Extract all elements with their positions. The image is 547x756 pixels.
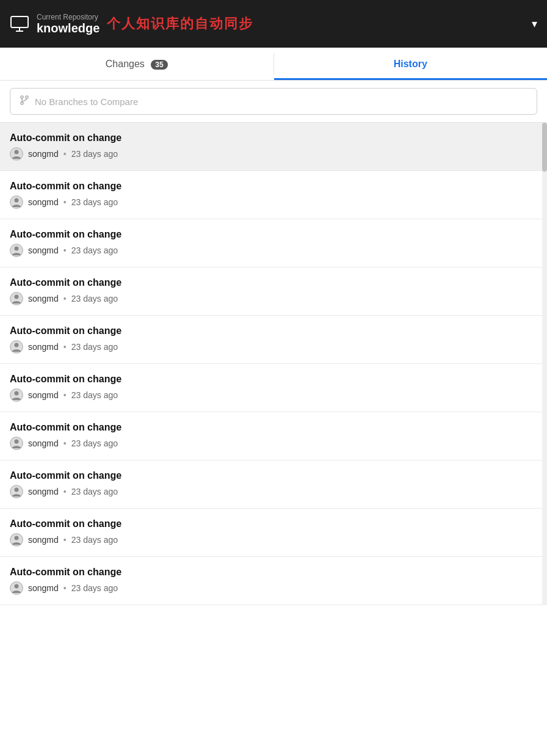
commit-item[interactable]: Auto-commit on change songmd • 23 days a… — [0, 171, 547, 219]
svg-point-12 — [15, 247, 19, 251]
svg-point-5 — [21, 102, 23, 104]
chevron-down-icon[interactable]: ▾ — [532, 17, 537, 31]
user-avatar-icon — [10, 292, 23, 305]
tab-history[interactable]: History — [274, 48, 548, 80]
avatar — [10, 292, 23, 305]
commit-author: songmd — [28, 197, 59, 207]
commit-dot: • — [63, 197, 67, 207]
avatar — [10, 388, 23, 402]
scrollbar-thumb[interactable] — [542, 123, 547, 172]
commit-author: songmd — [28, 390, 59, 400]
commit-title: Auto-commit on change — [10, 422, 537, 433]
commit-meta: songmd • 23 days ago — [10, 292, 537, 305]
commit-author: songmd — [28, 438, 59, 448]
commit-time: 23 days ago — [71, 197, 118, 207]
commit-item[interactable]: Auto-commit on change songmd • 23 days a… — [0, 557, 547, 605]
commit-meta: songmd • 23 days ago — [10, 437, 537, 450]
commit-title: Auto-commit on change — [10, 470, 537, 481]
commit-time: 23 days ago — [71, 487, 118, 496]
svg-point-14 — [15, 295, 19, 299]
user-avatar-icon — [10, 244, 23, 257]
commit-title: Auto-commit on change — [10, 229, 537, 240]
svg-point-16 — [15, 343, 19, 347]
commit-title: Auto-commit on change — [10, 133, 537, 144]
monitor-icon — [10, 15, 29, 32]
branch-bar: No Branches to Compare — [0, 81, 547, 123]
commit-meta: songmd • 23 days ago — [10, 581, 537, 595]
commit-time: 23 days ago — [71, 438, 118, 448]
commit-dot: • — [63, 149, 67, 159]
scrollbar[interactable] — [542, 123, 547, 605]
commit-author: songmd — [28, 149, 59, 159]
commit-meta: songmd • 23 days ago — [10, 485, 537, 498]
commit-author: songmd — [28, 294, 59, 303]
svg-point-20 — [15, 440, 19, 444]
avatar — [10, 581, 23, 595]
commit-title: Auto-commit on change — [10, 518, 537, 529]
commit-author: songmd — [28, 487, 59, 496]
commit-item[interactable]: Auto-commit on change songmd • 23 days a… — [0, 267, 547, 316]
commit-title: Auto-commit on change — [10, 325, 537, 336]
commit-title: Auto-commit on change — [10, 277, 537, 288]
current-repo-label: Current Repository — [37, 13, 100, 21]
commit-time: 23 days ago — [71, 342, 118, 352]
commit-item[interactable]: Auto-commit on change songmd • 23 days a… — [0, 509, 547, 557]
commit-list: Auto-commit on change songmd • 23 days a… — [0, 123, 547, 605]
svg-point-10 — [15, 198, 19, 203]
avatar — [10, 485, 23, 498]
commit-author: songmd — [28, 535, 59, 545]
user-avatar-icon — [10, 533, 23, 547]
commit-meta: songmd • 23 days ago — [10, 147, 537, 161]
commit-item[interactable]: Auto-commit on change songmd • 23 days a… — [0, 364, 547, 412]
commit-time: 23 days ago — [71, 583, 118, 593]
avatar — [10, 437, 23, 450]
repo-name: knowledge — [37, 21, 100, 35]
commit-dot: • — [63, 487, 67, 496]
commit-item[interactable]: Auto-commit on change songmd • 23 days a… — [0, 316, 547, 364]
commit-title: Auto-commit on change — [10, 567, 537, 578]
header-left: Current Repository knowledge 个人知识库的自动同步 — [10, 13, 253, 35]
commit-dot: • — [63, 535, 67, 545]
svg-point-4 — [26, 96, 28, 98]
commit-title: Auto-commit on change — [10, 374, 537, 385]
tab-history-label: History — [394, 59, 427, 69]
commit-meta: songmd • 23 days ago — [10, 244, 537, 257]
user-avatar-icon — [10, 340, 23, 354]
user-avatar-icon — [10, 195, 23, 209]
commit-author: songmd — [28, 342, 59, 352]
commit-title: Auto-commit on change — [10, 181, 537, 192]
svg-point-18 — [15, 391, 19, 396]
commit-item[interactable]: Auto-commit on change songmd • 23 days a… — [0, 460, 547, 509]
tab-changes[interactable]: Changes 35 — [0, 48, 274, 80]
tab-changes-label: Changes — [106, 59, 145, 69]
svg-point-26 — [15, 584, 19, 589]
header-text: Current Repository knowledge — [37, 13, 100, 35]
avatar — [10, 147, 23, 161]
svg-point-24 — [15, 536, 19, 540]
commit-meta: songmd • 23 days ago — [10, 340, 537, 354]
commit-dot: • — [63, 342, 67, 352]
avatar — [10, 195, 23, 209]
svg-point-8 — [15, 150, 19, 154]
commit-item[interactable]: Auto-commit on change songmd • 23 days a… — [0, 123, 547, 171]
commit-dot: • — [63, 390, 67, 400]
commit-meta: songmd • 23 days ago — [10, 388, 537, 402]
svg-point-22 — [15, 488, 19, 492]
commit-time: 23 days ago — [71, 390, 118, 400]
user-avatar-icon — [10, 485, 23, 498]
commit-time: 23 days ago — [71, 245, 118, 255]
commit-item[interactable]: Auto-commit on change songmd • 23 days a… — [0, 412, 547, 460]
commit-list-container: Auto-commit on change songmd • 23 days a… — [0, 123, 547, 605]
commit-dot: • — [63, 294, 67, 303]
commit-item[interactable]: Auto-commit on change songmd • 23 days a… — [0, 219, 547, 267]
avatar — [10, 340, 23, 354]
commit-dot: • — [63, 438, 67, 448]
commit-author: songmd — [28, 245, 59, 255]
tab-changes-badge: 35 — [151, 60, 167, 70]
header: Current Repository knowledge 个人知识库的自动同步 … — [0, 0, 547, 48]
commit-author: songmd — [28, 583, 59, 593]
user-avatar-icon — [10, 581, 23, 595]
branch-compare-input[interactable]: No Branches to Compare — [10, 88, 537, 115]
commit-meta: songmd • 23 days ago — [10, 195, 537, 209]
branch-compare-placeholder: No Branches to Compare — [35, 96, 138, 107]
